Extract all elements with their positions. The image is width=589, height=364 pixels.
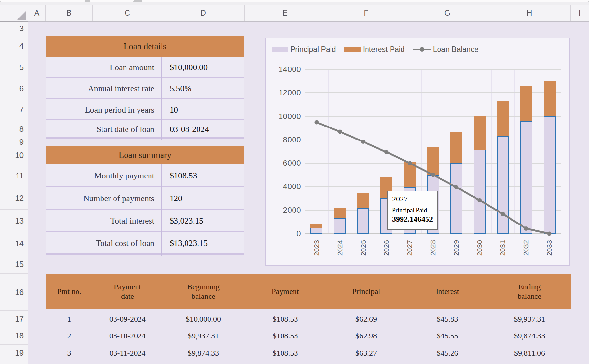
loan-summary-value-cell[interactable]: $108.53 xyxy=(162,164,244,187)
loan-summary-value-cell[interactable]: $3,023.15 xyxy=(162,210,244,232)
column-header-B[interactable]: B xyxy=(46,5,93,21)
y-axis-tick-label: 2000 xyxy=(265,205,301,215)
loan-details-label-cell[interactable]: Start date of loan xyxy=(46,120,161,138)
interest-paid-bar[interactable] xyxy=(334,208,346,218)
row-header-6[interactable]: 6 xyxy=(0,78,28,99)
table-cell[interactable]: $9,937.31 xyxy=(488,311,571,327)
toolbar-strip xyxy=(0,2,589,5)
principal-paid-bar[interactable] xyxy=(544,116,556,234)
payments-table-header-cell: Pmt no. xyxy=(46,274,93,309)
table-cell[interactable]: $108.53 xyxy=(245,345,326,361)
interest-paid-bar[interactable] xyxy=(310,224,322,228)
principal-paid-bar[interactable] xyxy=(357,208,369,234)
column-header-H[interactable]: H xyxy=(488,5,571,21)
row-header-16[interactable]: 16 xyxy=(0,274,28,311)
interest-paid-bar[interactable] xyxy=(357,193,369,208)
column-header-F[interactable]: F xyxy=(326,5,406,21)
row-header-12[interactable]: 12 xyxy=(0,187,28,210)
x-axis-tick-text: 2027 xyxy=(406,240,414,256)
table-cell[interactable]: $62.69 xyxy=(326,311,406,327)
row-header-8[interactable]: 8 xyxy=(0,120,28,138)
table-cell[interactable]: $9,874.33 xyxy=(488,327,571,345)
interest-paid-bar[interactable] xyxy=(544,81,556,116)
column-header-D[interactable]: D xyxy=(162,5,245,21)
select-all-corner[interactable] xyxy=(0,5,28,22)
interest-paid-bar[interactable] xyxy=(427,147,439,175)
table-cell[interactable]: $62.98 xyxy=(326,327,406,345)
loan-summary-label-cell[interactable]: Number of payments xyxy=(46,187,161,210)
chart-vertical-gridline xyxy=(328,69,329,234)
table-cell[interactable]: $45.26 xyxy=(406,345,488,361)
loan-details-value-cell[interactable]: 5.50% xyxy=(162,78,244,99)
legend-item[interactable]: Interest Paid xyxy=(344,45,405,54)
table-cell[interactable]: 03-09-2024 xyxy=(93,311,162,327)
row-header-15[interactable]: 15 xyxy=(0,255,28,274)
interest-paid-bar[interactable] xyxy=(520,86,532,121)
row-header-14[interactable]: 14 xyxy=(0,232,28,255)
row-header-18[interactable]: 18 xyxy=(0,327,28,345)
row-header-4[interactable]: 4 xyxy=(0,35,28,57)
table-cell[interactable]: 2 xyxy=(46,327,93,345)
principal-paid-bar[interactable] xyxy=(474,150,486,234)
loan-summary-label-cell[interactable]: Monthly payment xyxy=(46,164,161,187)
loan-summary-value-cell[interactable]: $13,023.15 xyxy=(162,232,244,254)
header-divider xyxy=(28,2,28,5)
x-axis-tick-label: 2024 xyxy=(335,236,344,260)
chart-tooltip: 2027 Principal Paid 3992.146452 xyxy=(387,191,438,230)
loan-details-label-cell[interactable]: Loan amount xyxy=(46,57,161,78)
principal-paid-bar[interactable] xyxy=(450,163,462,234)
x-axis-tick-text: 2033 xyxy=(546,240,553,256)
row-header-10[interactable]: 10 xyxy=(0,146,28,164)
table-cell[interactable]: 03-11-2024 xyxy=(93,345,162,361)
principal-paid-bar[interactable] xyxy=(334,218,346,234)
interest-paid-bar[interactable] xyxy=(404,162,416,187)
table-cell[interactable]: 03-10-2024 xyxy=(93,327,162,345)
row-header-5[interactable]: 5 xyxy=(0,57,28,78)
y-axis-tick-label: 8000 xyxy=(265,135,301,145)
loan-summary-label-cell[interactable]: Total interest xyxy=(46,210,161,232)
interest-paid-bar[interactable] xyxy=(450,132,462,163)
table-cell[interactable]: $9,811.06 xyxy=(488,345,571,361)
table-cell[interactable]: 3 xyxy=(46,345,93,361)
table-cell[interactable]: $10,000.00 xyxy=(162,311,245,327)
column-header-I[interactable]: I xyxy=(571,5,589,21)
table-cell[interactable]: $9,874.33 xyxy=(162,345,245,361)
loan-details-label-cell[interactable]: Loan period in years xyxy=(46,99,161,120)
legend-item[interactable]: Loan Balance xyxy=(413,45,479,54)
table-cell[interactable]: $108.53 xyxy=(245,311,326,327)
loan-summary-value-cell[interactable]: 120 xyxy=(162,187,244,210)
column-header-G[interactable]: G xyxy=(406,5,488,21)
loan-summary-label-cell[interactable]: Total cost of loan xyxy=(46,232,161,254)
principal-paid-bar[interactable] xyxy=(497,136,509,234)
row-header-17[interactable]: 17 xyxy=(0,311,28,327)
row-header-3[interactable]: 3 xyxy=(0,22,28,35)
column-header-E[interactable]: E xyxy=(245,5,326,21)
principal-paid-bar[interactable] xyxy=(520,121,532,234)
column-divider xyxy=(161,57,162,140)
loan-details-value-cell[interactable]: $10,000.00 xyxy=(162,57,244,78)
table-cell[interactable]: $45.83 xyxy=(406,311,488,327)
legend-item[interactable]: Principal Paid xyxy=(272,45,336,54)
x-axis-tick-label: 2028 xyxy=(428,236,438,260)
table-cell[interactable]: $63.27 xyxy=(326,345,406,361)
legend-label: Principal Paid xyxy=(290,45,336,54)
row-header-19[interactable]: 19 xyxy=(0,345,28,361)
table-cell[interactable]: 1 xyxy=(46,311,93,327)
loan-details-value-cell[interactable]: 03-08-2024 xyxy=(162,120,244,138)
x-axis-tick-label: 2031 xyxy=(498,236,507,260)
interest-paid-bar[interactable] xyxy=(497,101,509,136)
loan-details-label-cell[interactable]: Annual interest rate xyxy=(46,78,161,99)
row-header-7[interactable]: 7 xyxy=(0,99,28,120)
interest-paid-bar[interactable] xyxy=(474,116,486,150)
table-cell[interactable]: $9,937.31 xyxy=(162,327,245,345)
row-header-9[interactable]: 9 xyxy=(0,138,28,146)
column-header-C[interactable]: C xyxy=(93,5,162,21)
principal-paid-bar[interactable] xyxy=(310,228,322,234)
column-header-A[interactable]: A xyxy=(28,5,46,21)
table-cell[interactable]: $45.55 xyxy=(406,327,488,345)
table-cell[interactable]: $108.53 xyxy=(245,327,326,345)
row-header-13[interactable]: 13 xyxy=(0,210,28,232)
row-header-11[interactable]: 11 xyxy=(0,164,28,187)
loan-details-value-cell[interactable]: 10 xyxy=(162,99,244,120)
y-axis-tick-label: 12000 xyxy=(265,88,301,98)
